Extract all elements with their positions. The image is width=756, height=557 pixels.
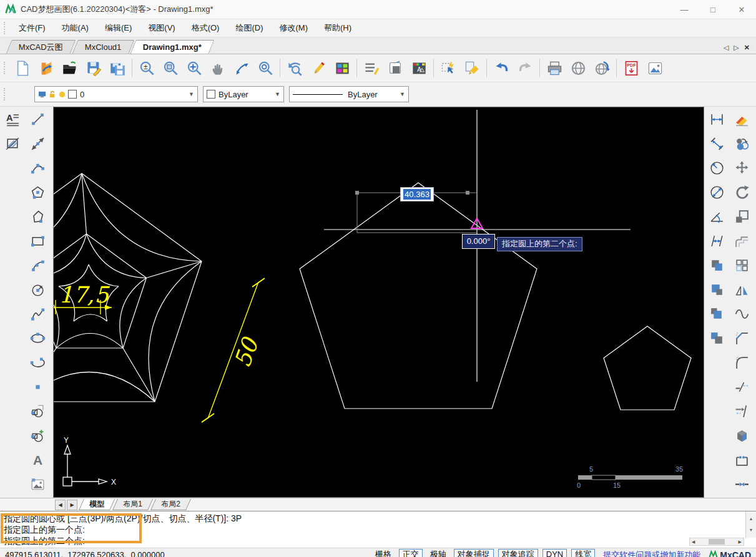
mirror-button[interactable] <box>731 279 752 301</box>
web-sync-button[interactable] <box>590 56 614 80</box>
color-palette-button[interactable] <box>330 56 354 80</box>
menu-item-2[interactable]: 编辑(E) <box>97 21 140 35</box>
menu-item-5[interactable]: 绘图(D) <box>227 21 271 35</box>
block-make-button[interactable] <box>27 425 48 447</box>
tab-close-icon[interactable]: ✕ <box>744 44 750 52</box>
layout-scroll-right-button[interactable]: ▶ <box>67 500 77 510</box>
axes-button[interactable] <box>230 56 253 80</box>
undo-button[interactable] <box>489 56 513 80</box>
layout-tab-2[interactable]: 布局2 <box>150 499 191 510</box>
scroll-up-icon[interactable]: ▲ <box>749 513 754 525</box>
print-button[interactable] <box>542 56 566 80</box>
maximize-button[interactable]: □ <box>699 0 727 19</box>
zoom-center-button[interactable] <box>253 56 277 80</box>
linetype-text-button[interactable] <box>360 56 383 80</box>
drawing-canvas[interactable]: 17,5 50 Y X <box>53 107 704 498</box>
tab-scroll-left-icon[interactable]: ◁ <box>724 44 729 52</box>
dynamic-length-input[interactable]: 40.363 <box>400 187 434 201</box>
circle-button[interactable] <box>27 279 48 301</box>
zoom-pan-button[interactable] <box>182 56 206 80</box>
color-select[interactable]: ByLayer ▼ <box>203 86 284 102</box>
pan-hand-button[interactable] <box>206 56 230 80</box>
spline-edit-button[interactable] <box>731 303 752 325</box>
menu-item-4[interactable]: 格式(O) <box>184 21 228 35</box>
layer-select[interactable]: 0 ▼ <box>34 86 198 102</box>
text-button[interactable]: A <box>27 449 48 471</box>
menu-item-1[interactable]: 功能(A) <box>54 21 97 35</box>
image-insert-button[interactable] <box>27 473 48 495</box>
status-toggle-ortho[interactable]: 正交 <box>399 549 423 557</box>
ellipse-button[interactable] <box>27 327 48 349</box>
status-toggle-dyn[interactable]: DYN <box>542 549 567 557</box>
shadow-box-button[interactable] <box>383 56 407 80</box>
ellipse-arc-button[interactable] <box>27 352 48 374</box>
scroll-left-icon[interactable]: ◀ <box>692 536 695 548</box>
chamfer-button[interactable] <box>731 327 752 349</box>
insert-image-button[interactable] <box>643 56 667 80</box>
save-all-button[interactable] <box>106 56 129 80</box>
zoom-previous-button[interactable] <box>283 56 307 80</box>
point-button[interactable] <box>27 376 48 398</box>
xline-button[interactable] <box>27 133 48 155</box>
document-tab-0[interactable]: MxCAD云图 <box>6 40 76 54</box>
arc-button[interactable] <box>27 157 48 179</box>
polygon-button[interactable] <box>27 182 48 203</box>
overlap-squares-1-button[interactable] <box>706 254 727 276</box>
join-button[interactable] <box>731 473 752 495</box>
document-tab-2[interactable]: Drawing1.mxg* <box>130 40 215 54</box>
dim-radius-button[interactable] <box>706 157 727 179</box>
minimize-button[interactable]: — <box>670 0 699 19</box>
dim-angular-button[interactable] <box>706 206 727 228</box>
dim-aligned-button[interactable] <box>706 133 727 155</box>
menu-item-0[interactable]: 文件(F) <box>11 21 54 35</box>
copy-object-button[interactable] <box>731 133 752 155</box>
overlap-squares-4-button[interactable] <box>706 327 727 349</box>
offset-button[interactable] <box>731 230 752 252</box>
rectangle-button[interactable] <box>27 230 48 252</box>
block-insert-button[interactable] <box>27 400 48 422</box>
zoom-dynamic-button[interactable]: ± <box>135 56 159 80</box>
layout-scroll-left-button[interactable]: ◀ <box>55 500 66 510</box>
erase-button[interactable] <box>731 109 752 130</box>
pdf-export-button[interactable]: PDF <box>619 56 643 80</box>
scroll-down-icon[interactable]: ▼ <box>749 525 754 536</box>
hatch-button[interactable] <box>2 133 23 155</box>
command-vertical-scrollbar[interactable]: ▲ ▼ <box>745 511 756 538</box>
extend-button[interactable] <box>731 400 752 422</box>
zoom-window-button[interactable] <box>159 56 182 80</box>
folder-open-button[interactable] <box>58 56 82 80</box>
break-button[interactable] <box>731 376 752 398</box>
spline-button[interactable] <box>27 303 48 325</box>
feedback-link[interactable]: 提交软件问题或增加新功能 <box>603 550 700 557</box>
select-edit-button[interactable] <box>436 56 460 80</box>
linetype-select[interactable]: ByLayer ▼ <box>289 86 409 102</box>
web-button[interactable] <box>566 56 590 80</box>
lineweight-pencil-button[interactable] <box>414 82 438 106</box>
status-toggle-lineweight[interactable]: 线宽 <box>571 549 595 557</box>
dim-continue-button[interactable] <box>706 230 727 252</box>
command-window[interactable]: 指定圆的圆心或 [三点(3P)/两点(2P)/切点、切点、半径(T)]: 3P指… <box>0 511 756 548</box>
move-button[interactable] <box>731 157 752 179</box>
layout-tab-0[interactable]: 模型 <box>79 499 115 510</box>
break-at-point-button[interactable] <box>731 449 752 471</box>
status-toggle-osnap[interactable]: 对象捕捉 <box>454 549 494 557</box>
rotate-button[interactable] <box>731 182 752 203</box>
command-horizontal-scrollbar[interactable]: ◀ ▶ <box>689 538 744 546</box>
folder-import-button[interactable] <box>34 56 58 80</box>
overlap-squares-2-button[interactable] <box>706 279 727 301</box>
dim-linear-button[interactable] <box>706 109 727 130</box>
status-toggle-grid[interactable]: 栅格 <box>372 550 395 557</box>
line-button[interactable] <box>27 109 48 130</box>
explode-button[interactable] <box>731 425 752 447</box>
array-button[interactable] <box>731 254 752 276</box>
status-toggle-polar[interactable]: 极轴 <box>427 550 449 557</box>
polyline-button[interactable] <box>27 206 48 228</box>
scrollbar-thumb[interactable] <box>709 539 725 545</box>
menu-item-3[interactable]: 视图(V) <box>140 21 183 35</box>
file-new-button[interactable] <box>11 56 34 80</box>
menu-item-7[interactable]: 帮助(H) <box>316 21 360 35</box>
dim-diameter-button[interactable] <box>706 182 727 203</box>
tab-scroll-right-icon[interactable]: ▷ <box>734 44 739 52</box>
pencil-button[interactable] <box>307 56 330 80</box>
scale-button[interactable] <box>731 206 752 228</box>
